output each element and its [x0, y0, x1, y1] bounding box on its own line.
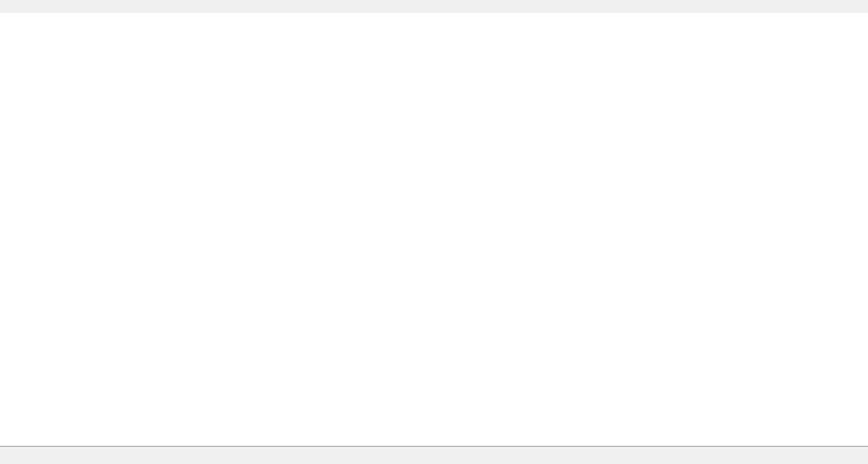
chart-title-line [6, 30, 11, 39]
chart-window[interactable] [0, 13, 868, 445]
chart-canvas[interactable] [0, 13, 868, 464]
timeframe-toolbar [0, 0, 868, 14]
symbol-tab-bar [0, 446, 868, 464]
mt4-window [0, 0, 868, 464]
